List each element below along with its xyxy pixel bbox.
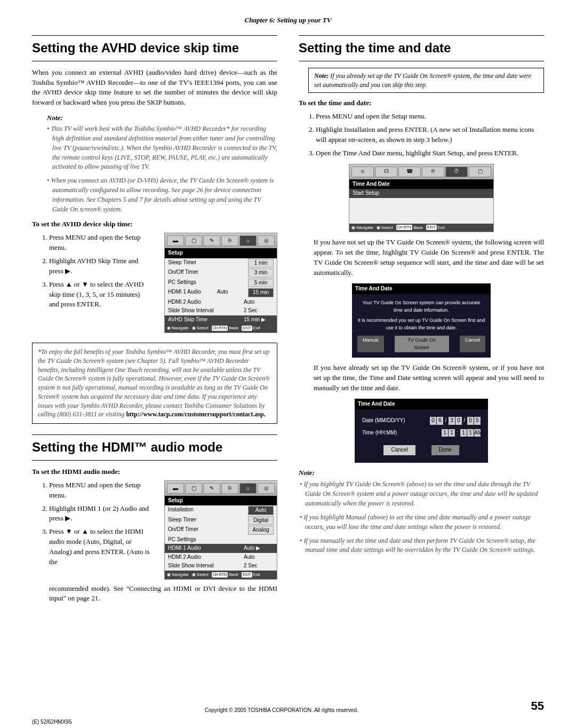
heading-avhd: Setting the AVHD device skip time [32,35,277,61]
note-box: Note: If you already set up the TV Guide… [308,68,544,93]
subhead-time-steps: To set the time and date: [299,98,544,108]
osd-time-2: Time And Date Your TV Guide On Screen sy… [352,283,491,358]
note-item-2: • When you connect an AVHD (or D-VHS) de… [52,176,277,214]
osd-time-3: Time And Date Date (MM/DD/YY)06/30/05 Ti… [355,399,488,463]
time-steps: Press MENU and open the Setup menu. High… [299,112,544,158]
note-head: Note: [299,468,544,478]
note-label: Note: [47,113,277,123]
copyright: Copyright © 2005 TOSHIBA CORPORATION. Al… [32,707,531,713]
osd-setup-2: ▬▢✎⎘⌂◎ Setup InstallationAutoSleep Timer… [164,480,277,580]
heading-time-date: Setting the time and date [299,35,544,61]
avhd-steps: Press MENU and open the Setup menu. High… [32,233,150,310]
subhead-avhd-steps: To set the AVHD device skip time: [32,219,277,230]
note-item-1: • This TV will work best with the Toshib… [52,124,277,172]
osd-setup-1: ▬▢✎⎘⌂◎ Setup Sleep Timer1 minOn/Off Time… [164,233,277,333]
disclaimer-box: *To enjoy the full benefits of your Tosh… [32,343,277,424]
crop-mark: (E) 52/62HMX95 [32,719,71,725]
chapter-header: Chapter 6: Setting up your TV [32,16,544,25]
note-bullet-2: • If you highlight Manual (above) to set… [305,513,544,532]
heading-hdmi: Setting the HDMI™ audio mode [32,434,277,461]
time-p2: If you have already set up the TV Guide … [314,363,544,393]
page-number: 55 [531,699,544,713]
hdmi-steps: Press MENU and open the Setup menu. High… [32,480,150,567]
avhd-intro: When you connect an external AVHD (audio… [32,68,277,108]
note-bullet-1: • If you highlight TV Guide On Screen® (… [305,480,544,508]
time-p1: If you have not set up the TV Guide On S… [314,238,544,278]
note-bullet-3: • If you manually set the time and date … [305,536,544,556]
subhead-hdmi-steps: To set the HDMI audio mode: [32,467,277,477]
osd-time-1: ⎋☊☎⎘⏱▢ Time And Date Start Setup ◉ Navig… [349,164,494,233]
hdmi-step-cont: recommended mode). See "Connecting an HD… [49,584,277,604]
